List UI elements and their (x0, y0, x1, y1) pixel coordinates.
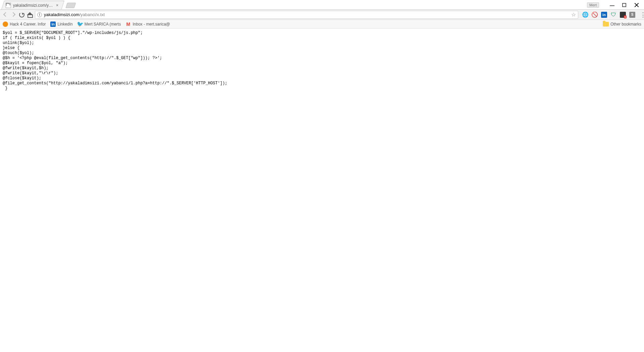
extension-icons: 🌐 🚫 in 🛡 S (580, 12, 641, 18)
browser-tab[interactable]: yakaladimsizi.com/yaban × (1, 1, 64, 9)
browser-toolbar: yakaladimsizi.com/yabanci/x.txt ☆ 🌐 🚫 in… (0, 10, 644, 20)
back-button[interactable] (3, 12, 9, 18)
other-bookmarks[interactable]: Other bookmarks (603, 22, 641, 27)
tab-strip: yakaladimsizi.com/yaban × Mert (0, 0, 644, 10)
bookmark-star-icon[interactable]: ☆ (571, 12, 576, 17)
home-button[interactable] (27, 12, 33, 18)
bookmark-label: Mert SARICA (merts (85, 22, 121, 27)
bookmark-item[interactable]: in LinkedIn (50, 21, 72, 27)
window-controls: Mert (587, 0, 644, 10)
dark-extension-icon[interactable] (620, 12, 626, 18)
plain-text-content: $yol = $_SERVER["DOCUMENT_ROOT"]."/wp-in… (0, 29, 644, 93)
maximize-icon[interactable] (622, 3, 627, 7)
linkedin-extension-icon[interactable]: in (601, 12, 607, 18)
profile-chip[interactable]: Mert (587, 2, 599, 8)
close-tab-icon[interactable]: × (56, 3, 59, 7)
forward-button[interactable] (11, 12, 17, 18)
url-host: yakaladimsizi.com (44, 12, 79, 17)
file-icon (6, 3, 11, 8)
site-info-icon[interactable] (37, 12, 42, 17)
twitter-icon: 🐦 (77, 21, 83, 27)
bookmark-item[interactable]: Hack 4 Career. Infor (3, 21, 46, 27)
bookmark-label: LinkedIn (57, 22, 72, 27)
new-tab-button[interactable] (65, 3, 76, 8)
tab-title: yakaladimsizi.com/yaban (13, 3, 53, 8)
linkedin-icon: in (50, 21, 56, 27)
bookmark-icon (3, 21, 8, 27)
window-close-icon[interactable] (634, 2, 639, 8)
bookmark-label: Hack 4 Career. Infor (10, 22, 46, 27)
folder-icon (603, 22, 609, 27)
address-bar[interactable]: yakaladimsizi.com/yabanci/x.txt ☆ (35, 11, 578, 19)
reload-button[interactable] (19, 12, 25, 18)
other-bookmarks-label: Other bookmarks (610, 22, 641, 27)
bookmark-item[interactable]: 🐦 Mert SARICA (merts (77, 21, 121, 27)
shield-extension-icon[interactable]: 🛡 (610, 12, 616, 18)
bookmarks-bar: Hack 4 Career. Infor in LinkedIn 🐦 Mert … (0, 20, 644, 29)
bookmark-item[interactable]: M Inbox - mert.sarica@ (125, 21, 170, 27)
globe-extension-icon[interactable]: 🌐 (582, 12, 588, 18)
url-path: /yabanci/x.txt (79, 12, 105, 17)
gmail-icon: M (125, 21, 131, 27)
menu-icon[interactable] (640, 12, 641, 18)
grey-extension-icon[interactable]: S (629, 12, 635, 18)
bookmark-label: Inbox - mert.sarica@ (132, 22, 170, 27)
minimize-icon[interactable] (610, 3, 614, 7)
block-extension-icon[interactable]: 🚫 (592, 12, 598, 18)
